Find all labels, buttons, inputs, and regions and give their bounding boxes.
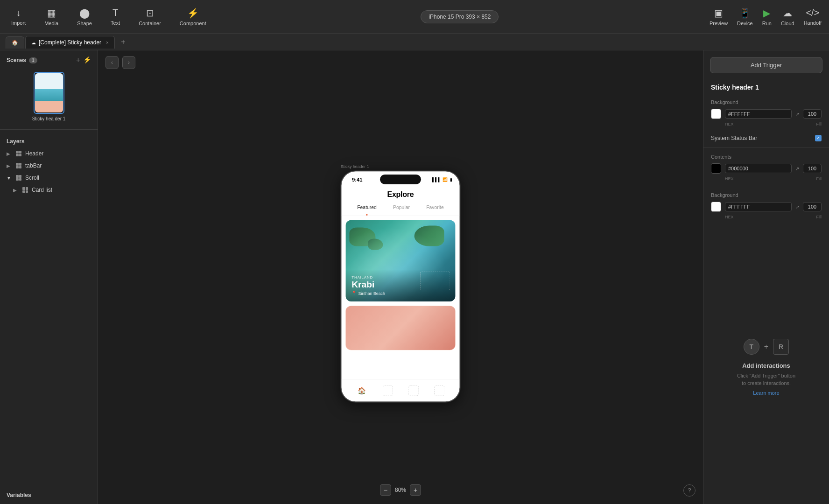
add-trigger-button[interactable]: Add Trigger — [710, 57, 822, 73]
system-status-bar-row: System Status Bar ✓ — [703, 133, 829, 145]
card-area: THAILAND Krabi 📍 Sirithan Beach — [342, 216, 460, 368]
divider-2 — [703, 228, 829, 228]
battery-icon: ▮ — [450, 177, 452, 182]
signal-icon: ▌▌▌ — [432, 177, 441, 182]
media-tool[interactable]: ▦ Media — [41, 5, 62, 29]
bg2-hex-label: HEX — [725, 215, 734, 219]
media-label: Media — [44, 21, 58, 26]
bg2-external-link-icon[interactable]: ↗ — [795, 204, 799, 210]
phone-tab-favorite[interactable]: Favorite — [426, 203, 444, 212]
bg-color-row: ↗ — [711, 109, 822, 119]
contents-color-swatch[interactable] — [711, 163, 721, 174]
shape-tool[interactable]: ⬤ Shape — [73, 5, 96, 29]
preview-tool[interactable]: ▣ Preview — [710, 7, 728, 26]
status-bar: 9:41 ▌▌▌ 📶 ▮ — [342, 172, 460, 188]
contents-color-row: ↗ — [711, 163, 822, 174]
card-overlay: THAILAND Krabi 📍 Sirithan Beach — [345, 269, 455, 301]
contents-opacity-input[interactable] — [803, 164, 822, 173]
canvas-area[interactable]: ‹ › Sticky header 1 9:41 ▌▌▌ 📶 — [98, 50, 703, 504]
scene-name-1: Sticky hea der 1 — [32, 116, 66, 121]
text-tool[interactable]: T Text — [107, 5, 124, 28]
tab-close-icon[interactable]: × — [106, 40, 109, 45]
contents-hex-input[interactable] — [725, 164, 792, 173]
bottom-tab-camera[interactable] — [382, 385, 393, 396]
favorite-label: Favorite — [426, 205, 444, 210]
key-r-badge: R — [773, 339, 789, 355]
component-label: Component — [180, 21, 206, 26]
layer-header-label: Header — [25, 150, 43, 157]
tab-cloud-icon: ☁ — [31, 40, 36, 45]
canvas-back-button[interactable]: ‹ — [105, 56, 119, 69]
bg2-color-swatch[interactable] — [711, 202, 721, 212]
media-icon: ▦ — [47, 7, 56, 19]
layer-scroll[interactable]: ▼ Scroll — [0, 172, 98, 184]
home-tab[interactable]: 🏠 — [6, 36, 24, 49]
bg-opacity-input[interactable] — [803, 109, 822, 119]
status-time: 9:41 — [352, 177, 362, 183]
learn-more-link[interactable]: Learn more — [753, 390, 779, 396]
layer-card-list[interactable]: ▶ Card list — [0, 184, 98, 196]
handoff-icon: </> — [806, 7, 819, 18]
add-scene-button[interactable]: + — [76, 56, 80, 64]
cloud-label: Cloud — [781, 21, 794, 26]
component-tool[interactable]: ⚡ Component — [176, 5, 210, 29]
card-location: 📍 Sirithan Beach — [351, 291, 450, 295]
bg2-hex-input[interactable] — [725, 202, 792, 211]
card-city: Krabi — [351, 279, 450, 289]
tab-label: [Complete] Sticky header — [39, 39, 101, 46]
cloud-tool[interactable]: ☁ Cloud — [781, 7, 794, 26]
thailand-card: THAILAND Krabi 📍 Sirithan Beach — [345, 220, 456, 302]
layer-header[interactable]: ▶ Header — [0, 147, 98, 160]
key-r-label: R — [779, 343, 783, 350]
run-tool[interactable]: ▶ Run — [762, 7, 772, 26]
external-link-icon[interactable]: ↗ — [795, 112, 799, 117]
popular-label: Popular — [393, 205, 410, 210]
interactions-desc-text: Click "Add Trigger" buttonto create inte… — [737, 373, 795, 386]
zoom-in-button[interactable]: + — [410, 484, 421, 496]
background-label: Background — [711, 99, 822, 105]
interaction-keys: T + R — [744, 339, 789, 355]
preview-icon: ▣ — [714, 7, 723, 19]
container-tool[interactable]: ⊡ Container — [135, 5, 165, 29]
shape-label: Shape — [77, 21, 92, 26]
variables-label: Variables — [7, 492, 31, 498]
variables-bar[interactable]: Variables — [0, 486, 98, 504]
background-section: Background ↗ HEX Fill — [703, 95, 829, 133]
toolbar-left: ↓ Import ▦ Media ⬤ Shape T Text ⊡ Contai… — [7, 5, 210, 29]
layer-arrow-tabbar: ▶ — [7, 163, 12, 168]
canvas-toolbar: ‹ › — [105, 56, 135, 69]
contents-hex-label: HEX — [725, 176, 734, 181]
device-badge[interactable]: iPhone 15 Pro 393 × 852 — [421, 10, 499, 23]
phone-tab-featured[interactable]: Featured — [357, 203, 377, 212]
cloud-icon: ☁ — [783, 7, 792, 19]
bg2-opacity-input[interactable] — [803, 202, 822, 211]
zoom-out-button[interactable]: − — [380, 484, 391, 496]
canvas-zoom: − 80% + — [380, 484, 421, 496]
bg-hex-input[interactable] — [725, 109, 792, 119]
bottom-tab-profile[interactable] — [408, 385, 418, 396]
phone-tab-popular[interactable]: Popular — [393, 203, 410, 212]
bottom-tab-search[interactable] — [434, 385, 444, 396]
layer-tabbar[interactable]: ▶ tabBar — [0, 160, 98, 172]
auto-scene-button[interactable]: ⚡ — [83, 56, 91, 64]
pin-icon: 📍 — [351, 291, 357, 295]
canvas-forward-button[interactable]: › — [122, 56, 135, 69]
layer-grid-header — [15, 150, 22, 157]
panel-title: Sticky header 1 — [703, 80, 829, 95]
sticky-header-tab[interactable]: ☁ [Complete] Sticky header × — [25, 36, 115, 49]
bg-color-swatch[interactable] — [711, 109, 721, 119]
scene-item-1[interactable]: Sticky hea der 1 — [0, 68, 98, 126]
contents-external-link-icon[interactable]: ↗ — [795, 166, 799, 171]
help-button[interactable]: ? — [683, 484, 696, 497]
scene-thumbnail-1 — [34, 72, 64, 114]
device-tool[interactable]: 📱 Device — [737, 7, 753, 26]
contents-fill-label: Fill — [816, 176, 822, 181]
scenes-header: Scenes 1 + ⚡ — [0, 50, 98, 68]
back-icon: ‹ — [111, 59, 113, 66]
bottom-tab-home[interactable]: 🏠 — [357, 385, 367, 396]
handoff-tool[interactable]: </> Handoff — [804, 7, 822, 26]
layer-arrow-cardlist: ▶ — [13, 188, 19, 193]
tab-add-button[interactable]: + — [118, 36, 129, 48]
import-tool[interactable]: ↓ Import — [7, 5, 29, 28]
system-status-checkbox[interactable]: ✓ — [815, 135, 822, 141]
